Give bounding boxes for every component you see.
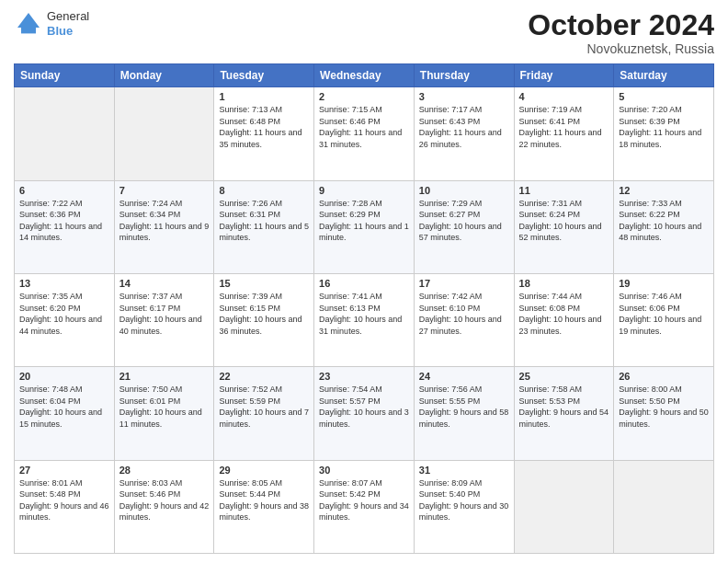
- day-number: 15: [219, 278, 309, 289]
- calendar-cell: 15Sunrise: 7:39 AM Sunset: 6:15 PM Dayli…: [214, 273, 314, 366]
- day-info: Sunrise: 7:58 AM Sunset: 5:53 PM Dayligh…: [519, 384, 609, 430]
- day-number: 22: [219, 371, 309, 382]
- calendar-cell: 10Sunrise: 7:29 AM Sunset: 6:27 PM Dayli…: [414, 180, 514, 273]
- day-info: Sunrise: 7:37 AM Sunset: 6:17 PM Dayligh…: [119, 291, 210, 337]
- day-info: Sunrise: 7:17 AM Sunset: 6:43 PM Dayligh…: [419, 104, 509, 150]
- calendar-cell: 25Sunrise: 7:58 AM Sunset: 5:53 PM Dayli…: [514, 367, 614, 460]
- day-number: 21: [119, 371, 210, 382]
- calendar-cell: [15, 87, 115, 180]
- day-number: 9: [319, 185, 409, 196]
- day-info: Sunrise: 7:29 AM Sunset: 6:27 PM Dayligh…: [419, 198, 509, 244]
- day-number: 4: [519, 91, 609, 102]
- day-number: 18: [519, 278, 609, 289]
- calendar-cell: [114, 87, 214, 180]
- calendar-week-3: 13Sunrise: 7:35 AM Sunset: 6:20 PM Dayli…: [15, 273, 714, 366]
- day-info: Sunrise: 7:26 AM Sunset: 6:31 PM Dayligh…: [219, 198, 309, 244]
- day-info: Sunrise: 7:35 AM Sunset: 6:20 PM Dayligh…: [19, 291, 109, 337]
- day-number: 28: [119, 465, 210, 476]
- day-info: Sunrise: 7:39 AM Sunset: 6:15 PM Dayligh…: [219, 291, 309, 337]
- calendar-week-2: 6Sunrise: 7:22 AM Sunset: 6:36 PM Daylig…: [15, 180, 714, 273]
- calendar-cell: 24Sunrise: 7:56 AM Sunset: 5:55 PM Dayli…: [414, 367, 514, 460]
- calendar-cell: 7Sunrise: 7:24 AM Sunset: 6:34 PM Daylig…: [114, 180, 214, 273]
- page: General Blue October 2024 Novokuznetsk, …: [0, 0, 728, 563]
- col-tuesday: Tuesday: [214, 64, 314, 87]
- day-number: 25: [519, 371, 609, 382]
- day-number: 20: [19, 371, 109, 382]
- calendar-cell: 16Sunrise: 7:41 AM Sunset: 6:13 PM Dayli…: [314, 273, 415, 366]
- day-info: Sunrise: 7:52 AM Sunset: 5:59 PM Dayligh…: [219, 384, 309, 430]
- calendar-cell: 12Sunrise: 7:33 AM Sunset: 6:22 PM Dayli…: [614, 180, 714, 273]
- calendar-cell: 29Sunrise: 8:05 AM Sunset: 5:44 PM Dayli…: [214, 460, 314, 553]
- calendar-cell: 5Sunrise: 7:20 AM Sunset: 6:39 PM Daylig…: [614, 87, 714, 180]
- calendar-cell: 2Sunrise: 7:15 AM Sunset: 6:46 PM Daylig…: [314, 87, 415, 180]
- day-info: Sunrise: 7:50 AM Sunset: 6:01 PM Dayligh…: [119, 384, 210, 430]
- day-info: Sunrise: 7:24 AM Sunset: 6:34 PM Dayligh…: [119, 198, 210, 244]
- day-info: Sunrise: 7:15 AM Sunset: 6:46 PM Dayligh…: [319, 104, 409, 150]
- calendar-cell: 19Sunrise: 7:46 AM Sunset: 6:06 PM Dayli…: [614, 273, 714, 366]
- calendar-table: Sunday Monday Tuesday Wednesday Thursday…: [14, 63, 714, 554]
- calendar-cell: 8Sunrise: 7:26 AM Sunset: 6:31 PM Daylig…: [214, 180, 314, 273]
- calendar-cell: 6Sunrise: 7:22 AM Sunset: 6:36 PM Daylig…: [15, 180, 115, 273]
- logo-text: General Blue: [47, 9, 89, 38]
- day-info: Sunrise: 7:48 AM Sunset: 6:04 PM Dayligh…: [19, 384, 109, 430]
- calendar-cell: 17Sunrise: 7:42 AM Sunset: 6:10 PM Dayli…: [414, 273, 514, 366]
- calendar-cell: 3Sunrise: 7:17 AM Sunset: 6:43 PM Daylig…: [414, 87, 514, 180]
- col-thursday: Thursday: [414, 64, 514, 87]
- day-number: 5: [619, 91, 709, 102]
- calendar-cell: [614, 460, 714, 553]
- calendar-cell: [514, 460, 614, 553]
- day-info: Sunrise: 7:33 AM Sunset: 6:22 PM Dayligh…: [619, 198, 709, 244]
- day-info: Sunrise: 7:22 AM Sunset: 6:36 PM Dayligh…: [19, 198, 109, 244]
- svg-marker-0: [17, 13, 40, 28]
- calendar-cell: 1Sunrise: 7:13 AM Sunset: 6:48 PM Daylig…: [214, 87, 314, 180]
- day-number: 10: [419, 185, 509, 196]
- calendar-cell: 4Sunrise: 7:19 AM Sunset: 6:41 PM Daylig…: [514, 87, 614, 180]
- day-info: Sunrise: 8:00 AM Sunset: 5:50 PM Dayligh…: [619, 384, 709, 430]
- day-number: 19: [619, 278, 709, 289]
- calendar-cell: 30Sunrise: 8:07 AM Sunset: 5:42 PM Dayli…: [314, 460, 415, 553]
- col-friday: Friday: [514, 64, 614, 87]
- day-number: 12: [619, 185, 709, 196]
- day-info: Sunrise: 8:09 AM Sunset: 5:40 PM Dayligh…: [419, 477, 509, 523]
- day-number: 3: [419, 91, 509, 102]
- day-number: 29: [219, 465, 309, 476]
- day-number: 31: [419, 465, 509, 476]
- day-number: 30: [319, 465, 409, 476]
- day-number: 14: [119, 278, 210, 289]
- col-saturday: Saturday: [614, 64, 714, 87]
- day-number: 2: [319, 91, 409, 102]
- calendar-cell: 28Sunrise: 8:03 AM Sunset: 5:46 PM Dayli…: [114, 460, 214, 553]
- calendar-cell: 31Sunrise: 8:09 AM Sunset: 5:40 PM Dayli…: [414, 460, 514, 553]
- day-number: 23: [319, 371, 409, 382]
- day-number: 16: [319, 278, 409, 289]
- svg-rect-1: [21, 28, 36, 33]
- day-number: 27: [19, 465, 109, 476]
- calendar-cell: 22Sunrise: 7:52 AM Sunset: 5:59 PM Dayli…: [214, 367, 314, 460]
- col-wednesday: Wednesday: [314, 64, 415, 87]
- calendar-week-5: 27Sunrise: 8:01 AM Sunset: 5:48 PM Dayli…: [15, 460, 714, 553]
- day-number: 1: [219, 91, 309, 102]
- day-number: 13: [19, 278, 109, 289]
- calendar-cell: 13Sunrise: 7:35 AM Sunset: 6:20 PM Dayli…: [15, 273, 115, 366]
- day-info: Sunrise: 7:19 AM Sunset: 6:41 PM Dayligh…: [519, 104, 609, 150]
- day-info: Sunrise: 8:05 AM Sunset: 5:44 PM Dayligh…: [219, 477, 309, 523]
- col-sunday: Sunday: [15, 64, 115, 87]
- day-info: Sunrise: 8:01 AM Sunset: 5:48 PM Dayligh…: [19, 477, 109, 523]
- calendar-cell: 27Sunrise: 8:01 AM Sunset: 5:48 PM Dayli…: [15, 460, 115, 553]
- day-info: Sunrise: 7:13 AM Sunset: 6:48 PM Dayligh…: [219, 104, 309, 150]
- day-info: Sunrise: 7:44 AM Sunset: 6:08 PM Dayligh…: [519, 291, 609, 337]
- day-info: Sunrise: 7:31 AM Sunset: 6:24 PM Dayligh…: [519, 198, 609, 244]
- calendar-cell: 18Sunrise: 7:44 AM Sunset: 6:08 PM Dayli…: [514, 273, 614, 366]
- title-block: October 2024 Novokuznetsk, Russia: [528, 9, 714, 56]
- calendar-week-1: 1Sunrise: 7:13 AM Sunset: 6:48 PM Daylig…: [15, 87, 714, 180]
- day-number: 6: [19, 185, 109, 196]
- col-monday: Monday: [114, 64, 214, 87]
- day-info: Sunrise: 7:20 AM Sunset: 6:39 PM Dayligh…: [619, 104, 709, 150]
- logo-icon: [14, 9, 43, 39]
- header: General Blue October 2024 Novokuznetsk, …: [14, 9, 714, 56]
- calendar-cell: 20Sunrise: 7:48 AM Sunset: 6:04 PM Dayli…: [15, 367, 115, 460]
- month-title: October 2024: [528, 9, 714, 41]
- header-row: Sunday Monday Tuesday Wednesday Thursday…: [15, 64, 714, 87]
- day-info: Sunrise: 8:07 AM Sunset: 5:42 PM Dayligh…: [319, 477, 409, 523]
- day-info: Sunrise: 7:46 AM Sunset: 6:06 PM Dayligh…: [619, 291, 709, 337]
